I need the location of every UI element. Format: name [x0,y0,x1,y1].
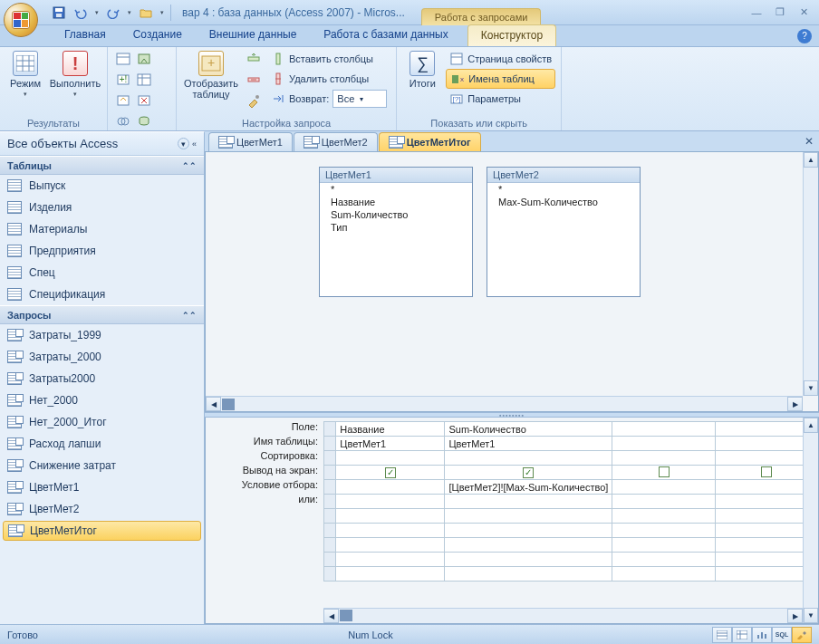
row-selector[interactable] [324,466,336,480]
nav-collapse-icon[interactable]: « [192,139,197,149]
nav-query-item[interactable]: Затраты_1999 [0,324,204,346]
qbe-cell[interactable] [612,567,715,582]
scroll-track[interactable] [352,609,787,623]
tab-external[interactable]: Внешние данные [196,24,311,46]
insert-columns-button[interactable]: Вставить столбцы [267,49,390,69]
nav-section-queries[interactable]: Запросы⌃⌃ [0,305,204,324]
nav-query-item[interactable]: Снижение затрат [0,455,204,476]
scroll-left-icon[interactable]: ◀ [206,397,221,411]
show-checkbox[interactable]: ✓ [523,467,534,478]
nav-query-item[interactable]: Затраты2000 [0,368,204,389]
qbe-horizontal-scrollbar[interactable]: ◀ ▶ [323,608,803,623]
close-tab-button[interactable]: ✕ [799,135,819,148]
doc-tab-2[interactable]: ЦветМет2 [294,132,378,151]
scroll-track[interactable] [804,168,818,380]
tab-database[interactable]: Работа с базами данных [310,24,461,46]
qbe-cell[interactable] [336,495,445,509]
nav-query-item[interactable]: Расход лапши [0,433,204,455]
undo-icon[interactable] [71,3,91,23]
table-box-2[interactable]: ЦветМет2 *Max-Sum-Количество [487,167,641,297]
nav-table-item[interactable]: Изделия [0,197,204,218]
tab-design[interactable]: Конструктор [467,24,556,46]
qbe-cell[interactable] [336,538,445,553]
qbe-cell[interactable] [445,567,612,582]
nav-query-item[interactable]: ЦветМетИтог [3,521,201,541]
minimize-button[interactable]: — [747,5,766,21]
row-selector[interactable] [324,451,336,466]
datasheet-view-button[interactable] [712,627,732,643]
scroll-thumb[interactable] [340,610,352,621]
redo-icon[interactable] [103,3,123,23]
doc-tab-1[interactable]: ЦветМет1 [208,132,293,151]
qbe-cell[interactable] [445,451,612,466]
scroll-track[interactable] [804,433,818,608]
qbe-cell[interactable] [445,538,612,553]
nav-header[interactable]: Все объекты Access ▾« [0,132,204,156]
vertical-scrollbar[interactable]: ▲▼ [803,152,818,396]
scroll-thumb[interactable] [222,399,235,410]
close-button[interactable]: ✕ [794,5,814,21]
tab-create[interactable]: Создание [120,24,196,46]
pivot-table-view-button[interactable] [732,627,752,643]
nav-query-item[interactable]: ЦветМет1 [0,476,204,498]
qbe-cell[interactable] [336,509,445,524]
update-query-icon[interactable] [113,91,133,111]
qbe-cell[interactable] [612,509,715,524]
qbe-cell[interactable] [612,451,715,466]
table-field[interactable]: Max-Sum-Количество [487,196,640,208]
nav-section-tables[interactable]: Таблицы⌃⌃ [0,156,204,175]
scroll-up-icon[interactable]: ▲ [804,152,818,168]
totals-button[interactable]: ∑ Итоги [402,49,442,91]
table-names-button[interactable]: xyzИмена таблиц [446,69,555,89]
design-view-button[interactable] [792,627,812,643]
view-button[interactable]: Режим ▾ [5,49,45,100]
row-selector[interactable] [324,509,336,524]
select-query-icon[interactable] [113,49,133,69]
run-button[interactable]: ! Выполнить ▾ [49,49,101,100]
insert-rows-icon[interactable] [244,49,264,69]
qbe-cell[interactable] [612,524,715,538]
qbe-cell[interactable] [612,553,715,567]
nav-query-item[interactable]: Нет_2000_Итог [0,411,204,433]
nav-dropdown-icon[interactable]: ▾ [178,138,189,149]
delete-rows-icon[interactable] [244,70,264,90]
open-folder-icon[interactable] [136,3,156,23]
qbe-cell[interactable] [612,495,715,509]
nav-table-item[interactable]: Выпуск [0,175,204,197]
qbe-cell[interactable] [445,495,612,509]
show-checkbox[interactable] [659,466,670,477]
qbe-grid[interactable]: НазваниеSum-КоличествоЦветМет1ЦветМет1✓✓… [323,418,818,623]
union-query-icon[interactable] [113,111,133,131]
row-selector[interactable] [324,553,336,567]
sql-view-button[interactable]: SQL [772,627,792,643]
doc-tab-3[interactable]: ЦветМетИтог [379,132,481,151]
save-icon[interactable] [49,3,69,23]
qbe-cell[interactable]: ЦветМет1 [445,437,612,451]
qbe-vertical-scrollbar[interactable]: ▲ ▼ [803,418,818,623]
help-icon[interactable]: ? [797,29,812,43]
scroll-right-icon[interactable]: ▶ [787,609,803,623]
table-field[interactable]: Тип [320,221,472,234]
property-sheet-button[interactable]: Страница свойств [446,49,555,69]
scroll-left-icon[interactable]: ◀ [323,609,339,623]
qbe-cell[interactable]: ✓ [445,466,612,480]
show-table-button[interactable]: + Отобразить таблицу [182,49,240,101]
table-field[interactable]: * [320,183,472,196]
row-selector[interactable] [324,480,336,495]
builder-icon[interactable] [244,91,264,111]
nav-query-item[interactable]: Нет_2000 [0,389,204,411]
qbe-cell[interactable] [336,480,445,495]
table-field[interactable]: Название [320,196,472,208]
delete-query-icon[interactable] [134,91,154,111]
table-field[interactable]: Sum-Количество [320,208,472,221]
qbe-cell[interactable]: Название [336,422,445,437]
nav-table-item[interactable]: Спец [0,262,204,284]
delete-columns-button[interactable]: Удалить столбцы [267,69,390,89]
row-selector[interactable] [324,538,336,553]
qbe-cell[interactable] [336,451,445,466]
qbe-cell[interactable] [336,524,445,538]
row-selector[interactable] [324,495,336,509]
nav-query-item[interactable]: ЦветМет2 [0,498,204,520]
qbe-cell[interactable] [445,524,612,538]
show-checkbox[interactable]: ✓ [385,467,396,478]
